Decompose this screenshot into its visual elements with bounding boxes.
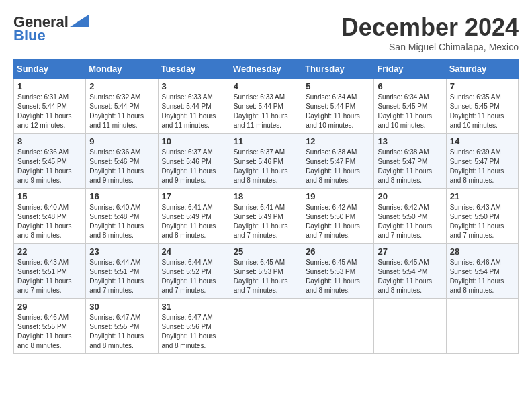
day-cell: 18 Sunrise: 6:41 AM Sunset: 5:49 PM Dayl…	[230, 189, 302, 244]
day-info: Sunrise: 6:33 AM Sunset: 5:44 PM Dayligh…	[162, 93, 226, 130]
day-cell	[374, 299, 446, 354]
day-info: Sunrise: 6:45 AM Sunset: 5:54 PM Dayligh…	[378, 258, 442, 295]
day-cell: 8 Sunrise: 6:36 AM Sunset: 5:45 PM Dayli…	[14, 134, 86, 189]
day-cell: 7 Sunrise: 6:35 AM Sunset: 5:45 PM Dayli…	[446, 79, 518, 134]
day-cell: 21 Sunrise: 6:43 AM Sunset: 5:50 PM Dayl…	[446, 189, 518, 244]
day-info: Sunrise: 6:44 AM Sunset: 5:52 PM Dayligh…	[162, 258, 226, 295]
day-info: Sunrise: 6:41 AM Sunset: 5:49 PM Dayligh…	[234, 203, 298, 240]
day-info: Sunrise: 6:47 AM Sunset: 5:55 PM Dayligh…	[89, 313, 154, 351]
day-info: Sunrise: 6:34 AM Sunset: 5:45 PM Dayligh…	[378, 93, 442, 130]
day-number: 10	[162, 136, 226, 146]
day-info: Sunrise: 6:38 AM Sunset: 5:47 PM Dayligh…	[306, 148, 370, 185]
day-cell	[302, 299, 374, 354]
day-cell: 22 Sunrise: 6:43 AM Sunset: 5:51 PM Dayl…	[14, 244, 86, 299]
day-info: Sunrise: 6:37 AM Sunset: 5:46 PM Dayligh…	[162, 148, 226, 185]
day-cell: 29 Sunrise: 6:46 AM Sunset: 5:55 PM Dayl…	[14, 299, 86, 354]
day-info: Sunrise: 6:36 AM Sunset: 5:46 PM Dayligh…	[89, 148, 154, 185]
day-info: Sunrise: 6:31 AM Sunset: 5:44 PM Dayligh…	[17, 93, 82, 130]
day-info: Sunrise: 6:39 AM Sunset: 5:47 PM Dayligh…	[450, 148, 515, 185]
day-cell: 2 Sunrise: 6:32 AM Sunset: 5:44 PM Dayli…	[86, 79, 158, 134]
day-cell: 10 Sunrise: 6:37 AM Sunset: 5:46 PM Dayl…	[158, 134, 230, 189]
day-info: Sunrise: 6:43 AM Sunset: 5:50 PM Dayligh…	[450, 203, 515, 240]
day-number: 14	[450, 136, 515, 146]
day-number: 25	[234, 246, 298, 257]
day-cell: 14 Sunrise: 6:39 AM Sunset: 5:47 PM Dayl…	[446, 134, 518, 189]
day-info: Sunrise: 6:40 AM Sunset: 5:48 PM Dayligh…	[89, 203, 154, 240]
day-number: 28	[450, 246, 515, 257]
day-number: 29	[17, 302, 82, 312]
day-info: Sunrise: 6:32 AM Sunset: 5:44 PM Dayligh…	[89, 93, 154, 130]
day-number: 31	[162, 302, 226, 312]
day-cell	[230, 299, 302, 354]
day-number: 30	[89, 302, 154, 312]
header-day-wednesday: Wednesday	[230, 60, 302, 79]
day-number: 27	[378, 246, 442, 257]
day-cell: 5 Sunrise: 6:34 AM Sunset: 5:44 PM Dayli…	[302, 79, 374, 134]
day-info: Sunrise: 6:45 AM Sunset: 5:53 PM Dayligh…	[234, 258, 298, 295]
day-info: Sunrise: 6:38 AM Sunset: 5:47 PM Dayligh…	[378, 148, 442, 185]
day-info: Sunrise: 6:44 AM Sunset: 5:51 PM Dayligh…	[89, 258, 154, 295]
day-number: 16	[89, 191, 154, 201]
day-cell: 26 Sunrise: 6:45 AM Sunset: 5:53 PM Dayl…	[302, 244, 374, 299]
day-cell: 9 Sunrise: 6:36 AM Sunset: 5:46 PM Dayli…	[86, 134, 158, 189]
svg-marker-0	[70, 15, 89, 27]
day-number: 18	[234, 191, 298, 201]
day-cell: 31 Sunrise: 6:47 AM Sunset: 5:56 PM Dayl…	[158, 299, 230, 354]
day-cell: 15 Sunrise: 6:40 AM Sunset: 5:48 PM Dayl…	[14, 189, 86, 244]
day-info: Sunrise: 6:35 AM Sunset: 5:45 PM Dayligh…	[450, 93, 515, 130]
day-number: 3	[162, 81, 226, 91]
week-row-4: 22 Sunrise: 6:43 AM Sunset: 5:51 PM Dayl…	[14, 244, 519, 299]
day-number: 4	[234, 81, 298, 91]
day-info: Sunrise: 6:43 AM Sunset: 5:51 PM Dayligh…	[17, 258, 82, 295]
day-cell: 1 Sunrise: 6:31 AM Sunset: 5:44 PM Dayli…	[14, 79, 86, 134]
calendar-table: SundayMondayTuesdayWednesdayThursdayFrid…	[13, 59, 519, 354]
day-cell: 25 Sunrise: 6:45 AM Sunset: 5:53 PM Dayl…	[230, 244, 302, 299]
header-day-saturday: Saturday	[446, 60, 518, 79]
header-day-thursday: Thursday	[302, 60, 374, 79]
day-info: Sunrise: 6:42 AM Sunset: 5:50 PM Dayligh…	[306, 203, 370, 240]
header-day-monday: Monday	[86, 60, 158, 79]
day-cell: 23 Sunrise: 6:44 AM Sunset: 5:51 PM Dayl…	[86, 244, 158, 299]
week-row-5: 29 Sunrise: 6:46 AM Sunset: 5:55 PM Dayl…	[14, 299, 519, 354]
day-info: Sunrise: 6:42 AM Sunset: 5:50 PM Dayligh…	[378, 203, 442, 240]
day-cell: 3 Sunrise: 6:33 AM Sunset: 5:44 PM Dayli…	[158, 79, 230, 134]
location: San Miguel Chimalapa, Mexico	[341, 42, 519, 52]
day-cell: 6 Sunrise: 6:34 AM Sunset: 5:45 PM Dayli…	[374, 79, 446, 134]
day-number: 19	[306, 191, 370, 201]
week-row-1: 1 Sunrise: 6:31 AM Sunset: 5:44 PM Dayli…	[14, 79, 519, 134]
day-number: 26	[306, 246, 370, 257]
day-info: Sunrise: 6:41 AM Sunset: 5:49 PM Dayligh…	[162, 203, 226, 240]
logo-blue-text: Blue	[13, 27, 46, 44]
day-info: Sunrise: 6:37 AM Sunset: 5:46 PM Dayligh…	[234, 148, 298, 185]
day-cell: 11 Sunrise: 6:37 AM Sunset: 5:46 PM Dayl…	[230, 134, 302, 189]
day-cell: 28 Sunrise: 6:46 AM Sunset: 5:54 PM Dayl…	[446, 244, 518, 299]
day-cell: 17 Sunrise: 6:41 AM Sunset: 5:49 PM Dayl…	[158, 189, 230, 244]
month-title: December 2024	[341, 13, 519, 42]
day-cell: 13 Sunrise: 6:38 AM Sunset: 5:47 PM Dayl…	[374, 134, 446, 189]
day-number: 8	[17, 136, 82, 146]
day-info: Sunrise: 6:46 AM Sunset: 5:54 PM Dayligh…	[450, 258, 515, 295]
header-day-tuesday: Tuesday	[158, 60, 230, 79]
logo: General Blue	[13, 13, 89, 44]
day-info: Sunrise: 6:33 AM Sunset: 5:44 PM Dayligh…	[234, 93, 298, 130]
day-info: Sunrise: 6:45 AM Sunset: 5:53 PM Dayligh…	[306, 258, 370, 295]
page-header: General Blue December 2024 San Miguel Ch…	[13, 13, 519, 52]
day-number: 24	[162, 246, 226, 257]
day-info: Sunrise: 6:36 AM Sunset: 5:45 PM Dayligh…	[17, 148, 82, 185]
day-number: 2	[89, 81, 154, 91]
day-number: 1	[17, 81, 82, 91]
day-info: Sunrise: 6:34 AM Sunset: 5:44 PM Dayligh…	[306, 93, 370, 130]
week-row-3: 15 Sunrise: 6:40 AM Sunset: 5:48 PM Dayl…	[14, 189, 519, 244]
day-number: 11	[234, 136, 298, 146]
day-cell: 27 Sunrise: 6:45 AM Sunset: 5:54 PM Dayl…	[374, 244, 446, 299]
day-number: 15	[17, 191, 82, 201]
day-cell: 30 Sunrise: 6:47 AM Sunset: 5:55 PM Dayl…	[86, 299, 158, 354]
day-info: Sunrise: 6:46 AM Sunset: 5:55 PM Dayligh…	[17, 313, 82, 351]
day-number: 9	[89, 136, 154, 146]
day-number: 20	[378, 191, 442, 201]
day-cell: 12 Sunrise: 6:38 AM Sunset: 5:47 PM Dayl…	[302, 134, 374, 189]
day-cell: 19 Sunrise: 6:42 AM Sunset: 5:50 PM Dayl…	[302, 189, 374, 244]
day-number: 5	[306, 81, 370, 91]
day-number: 23	[89, 246, 154, 257]
day-number: 22	[17, 246, 82, 257]
